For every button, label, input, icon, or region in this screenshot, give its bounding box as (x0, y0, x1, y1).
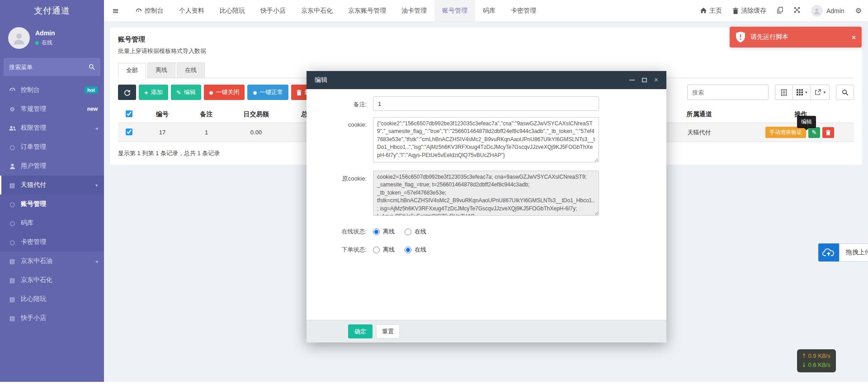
drag-upload-label: 拖拽上传 (839, 243, 868, 262)
sidebar-user-status: 在线 (42, 39, 52, 47)
network-speed-indicator: ↑ 0.9 KB/s ↓ 0.6 KB/s (797, 349, 836, 372)
nav-jd-accounts[interactable]: 京东账号管理 (340, 0, 394, 21)
modal-close-button[interactable]: × (654, 76, 658, 84)
edit-tooltip: 编辑 (797, 116, 816, 128)
confirm-button[interactable]: 确定 (348, 324, 373, 338)
cloud-upload-icon (822, 247, 835, 257)
minimize-button[interactable] (629, 80, 635, 81)
sidebar-item-orders[interactable]: ○ 订单管理 (0, 138, 104, 157)
edit-button[interactable]: ✎编辑 (171, 85, 201, 100)
search-button[interactable] (836, 85, 854, 100)
search-icon[interactable] (89, 64, 95, 70)
users-icon (8, 125, 16, 131)
pagination-switch-button[interactable] (775, 85, 793, 100)
nav-jd-sinopec[interactable]: 京东中石化 (293, 0, 340, 21)
sidebar-item-card-secret[interactable]: ○ 卡密管理 (0, 233, 104, 252)
settings-gears-icon[interactable]: ⚙ (855, 6, 862, 15)
sidebar-item-permissions[interactable]: 权限管理 ◂ (0, 119, 104, 138)
row-edit-button[interactable]: ✎ (808, 127, 820, 138)
sidebar-item-users[interactable]: 用户管理 (0, 157, 104, 176)
remark-label: 备注: (307, 96, 373, 111)
refresh-button[interactable] (118, 85, 136, 100)
sidebar-search-input[interactable] (9, 64, 89, 71)
list-icon: ▤ (8, 296, 16, 303)
online-status-offline-option[interactable]: 离线 (373, 228, 395, 236)
user-menu[interactable]: Admin (811, 5, 844, 17)
trash-icon (733, 8, 738, 14)
modal-titlebar[interactable]: 编辑 × (307, 71, 666, 89)
refresh-icon (124, 89, 131, 96)
remark-input[interactable] (373, 96, 599, 111)
row-checkbox[interactable] (126, 128, 132, 135)
user-avatar-icon (11, 30, 27, 46)
sidebar-item-bixin[interactable]: ▤ 比心陪玩 (0, 290, 104, 309)
select-all-checkbox[interactable] (126, 110, 132, 117)
sidebar-item-kuaishou[interactable]: ▤ 快手小店 (0, 309, 104, 328)
copy-page-button[interactable] (777, 7, 783, 15)
alert-text: 请先运行脚本 (750, 33, 788, 41)
trash-icon (297, 90, 302, 95)
one-key-close-button[interactable]: ●一键关闭 (204, 85, 245, 100)
caret-down-icon: ▾ (805, 90, 807, 95)
upload-arrow-icon: ↑ (802, 352, 807, 359)
row-delete-button[interactable] (822, 127, 834, 138)
avatar (8, 27, 30, 49)
nav-dashboard[interactable]: 控制台 (128, 0, 171, 21)
pencil-icon: ✎ (811, 129, 816, 136)
tab-online[interactable]: 在线 (177, 62, 205, 78)
sidebar-item-jd-petrochina[interactable]: ▤ 京东中石油 ◂ (0, 252, 104, 271)
table-search-input[interactable] (687, 85, 769, 100)
order-status-online-option[interactable]: 在线 (405, 246, 426, 254)
modal-title: 编辑 (315, 76, 327, 84)
columns-toggle-button[interactable]: ▾ (793, 85, 811, 100)
radio-offline[interactable] (373, 247, 380, 253)
nav-kuaishou[interactable]: 快手小店 (253, 0, 293, 21)
nav-code-repo[interactable]: 码库 (475, 0, 503, 21)
user-icon (8, 163, 16, 169)
tab-all[interactable]: 全部 (118, 63, 146, 78)
add-button[interactable]: +添加 (139, 85, 168, 100)
nav-bixin[interactable]: 比心陪玩 (212, 0, 253, 21)
fullscreen-button[interactable] (794, 7, 800, 14)
drag-upload-widget[interactable]: 拖拽上传 (818, 243, 868, 262)
radio-online[interactable] (405, 228, 411, 235)
export-button[interactable]: ▾ (811, 85, 830, 100)
nav-fuel-card[interactable]: 油卡管理 (394, 0, 434, 21)
sidebar-item-jd-sinopec[interactable]: ▤ 京东中石化 (0, 271, 104, 290)
circle-icon: ○ (8, 201, 16, 208)
order-status-offline-option[interactable]: 离线 (373, 246, 395, 254)
cogs-icon: ⚙ (8, 106, 16, 113)
page-footer (0, 382, 868, 390)
manual-slider-verify-button[interactable]: 手动滑块验证 (765, 127, 806, 138)
raw-cookie-textarea[interactable]: cookie2=156c6507db992be3f123035c3efeac7a… (373, 171, 599, 216)
maximize-icon (642, 78, 647, 82)
sidebar-item-dashboard[interactable]: 控制台 hot (0, 81, 104, 100)
sidebar-item-general[interactable]: ⚙ 常规管理 new (0, 100, 104, 119)
home-button[interactable]: 主页 (700, 7, 722, 15)
one-key-normal-button[interactable]: ●一键正常 (247, 85, 288, 100)
hamburger-menu-icon[interactable]: ≡ (104, 0, 128, 21)
cookie-textarea[interactable]: {"cookie2":"156c6507db992be3f123035c3efe… (373, 117, 599, 162)
top-navbar: ≡ 控制台 个人资料 比心陪玩 快手小店 京东中石化 京东账号管理 油卡管理 账… (104, 0, 868, 22)
col-daily-amount: 日交易额 (228, 106, 284, 123)
file-copy-icon (777, 7, 783, 15)
sidebar-item-code-repo[interactable]: ○ 码库 (0, 214, 104, 233)
radio-online[interactable] (405, 247, 411, 253)
alert-close-icon[interactable]: × (852, 33, 856, 41)
tab-offline[interactable]: 离线 (147, 62, 175, 78)
chevron-left-icon: ◂ (95, 259, 98, 264)
clear-cache-button[interactable]: 清除缓存 (733, 7, 766, 15)
sidebar-menu: 控制台 hot ⚙ 常规管理 new 权限管理 ◂ ○ 订单管理 用户管理 (0, 81, 104, 328)
online-status-online-option[interactable]: 在线 (405, 228, 426, 236)
reset-button[interactable]: 重置 (376, 324, 400, 338)
page-subtitle: 批量上穿请根据模板格式导入数据 (118, 47, 854, 55)
nav-card-secret[interactable]: 卡密管理 (503, 0, 544, 21)
sidebar-item-tmall-pay[interactable]: ▤ 天猫代付 ▾ (0, 176, 104, 195)
radio-offline[interactable] (373, 228, 380, 235)
nav-profile[interactable]: 个人资料 (171, 0, 212, 21)
hot-badge: hot (85, 86, 98, 94)
order-status-label: 下单状态: (307, 242, 373, 254)
maximize-button[interactable] (642, 78, 647, 82)
nav-account-mgmt[interactable]: 账号管理 (434, 0, 475, 21)
sidebar-item-account-mgmt[interactable]: ○ 账号管理 (0, 195, 104, 214)
